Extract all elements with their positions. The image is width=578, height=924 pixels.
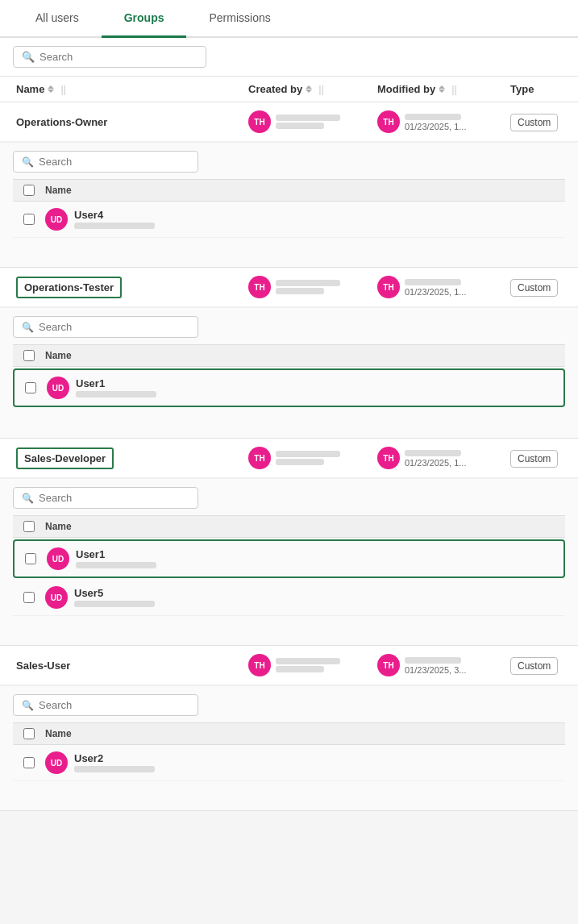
user-name-cell-user1a: UDUser1: [47, 377, 563, 399]
modified-avatar-sales-user: TH: [377, 654, 400, 676]
group-block-operations-owner: Operations-OwnerTHTH01/23/2025, 1...Cust…: [0, 102, 578, 268]
group-row-sales-developer[interactable]: Sales-DeveloperTHTH01/23/2025, 1...Custo…: [0, 439, 578, 478]
select-all-operations-tester[interactable]: [23, 350, 35, 361]
group-block-sales-developer: Sales-DeveloperTHTH01/23/2025, 1...Custo…: [0, 439, 578, 646]
created-avatar-operations-owner: TH: [248, 110, 271, 133]
inner-col-name-label: Name: [45, 521, 565, 532]
user-display-name-user4: User4: [74, 209, 155, 221]
group-created-sales-user: TH: [242, 654, 371, 676]
tab-groups[interactable]: Groups: [102, 0, 187, 38]
select-all-sales-user[interactable]: [23, 728, 35, 739]
group-row-operations-tester[interactable]: Operations-TesterTHTH01/23/2025, 1...Cus…: [0, 268, 578, 307]
tab-permissions[interactable]: Permissions: [186, 0, 293, 38]
user-row-user2[interactable]: UDUser2: [13, 745, 565, 781]
inner-search-wrapper-operations-owner: 🔍: [13, 151, 198, 173]
tab-all-users[interactable]: All users: [13, 0, 102, 38]
type-badge-sales-user: Custom: [510, 657, 558, 675]
user-avatar-user5: UD: [45, 586, 68, 609]
user-row-user1b[interactable]: UDUser1: [13, 539, 565, 578]
user-checkbox-user1a[interactable]: [25, 382, 36, 393]
inner-header-sales-developer: Name: [13, 515, 565, 538]
inner-col-name-label: Name: [45, 728, 565, 739]
user-avatar-user4: UD: [45, 208, 68, 231]
inner-search-wrapper-sales-developer: 🔍: [13, 487, 198, 509]
user-display-name-user1b: User1: [76, 548, 156, 560]
user-row-user4[interactable]: UDUser4: [13, 202, 565, 238]
inner-search-wrapper-operations-tester: 🔍: [13, 316, 198, 338]
user-checkbox-user1b[interactable]: [25, 553, 36, 564]
user-display-name-user5: User5: [74, 587, 155, 599]
created-avatar-sales-user: TH: [248, 654, 271, 676]
user-name-cell-user5: UDUser5: [45, 586, 565, 609]
user-checkbox-user4[interactable]: [23, 214, 35, 225]
modified-avatar-sales-developer: TH: [377, 447, 400, 469]
name-sort[interactable]: [48, 85, 54, 93]
group-row-sales-user[interactable]: Sales-UserTHTH01/23/2025, 3...Custom: [0, 646, 578, 685]
group-name-operations-tester: Operations-Tester: [0, 277, 242, 298]
user-name-cell-user2: UDUser2: [45, 751, 565, 774]
group-modified-operations-tester: TH01/23/2025, 1...: [371, 276, 504, 298]
group-created-operations-tester: TH: [242, 276, 371, 298]
inner-col-name-label: Name: [45, 350, 565, 361]
expanded-panel-sales-developer: 🔍NameUDUser1UDUser5: [0, 478, 578, 645]
user-name-cell-user1b: UDUser1: [47, 547, 563, 570]
inner-search-icon: 🔍: [22, 322, 34, 333]
group-block-operations-tester: Operations-TesterTHTH01/23/2025, 1...Cus…: [0, 268, 578, 439]
inner-search-icon: 🔍: [22, 493, 34, 504]
inner-search-icon: 🔍: [22, 156, 34, 168]
tabs-bar: All usersGroupsPermissions: [0, 0, 578, 38]
modified-avatar-operations-owner: TH: [377, 110, 400, 133]
inner-header-sales-user: Name: [13, 722, 565, 745]
search-icon: 🔍: [22, 51, 35, 63]
top-search-input[interactable]: [40, 51, 198, 63]
created-avatar-sales-developer: TH: [248, 447, 271, 469]
col-created-label: Created by: [248, 83, 302, 95]
user-avatar-user2: UD: [45, 751, 68, 774]
groups-container: Operations-OwnerTHTH01/23/2025, 1...Cust…: [0, 102, 578, 811]
user-checkbox-user5[interactable]: [23, 592, 35, 603]
group-type-sales-developer: Custom: [504, 452, 578, 464]
group-modified-sales-developer: TH01/23/2025, 1...: [371, 447, 504, 469]
group-created-operations-owner: TH: [242, 110, 371, 133]
user-row-user1a[interactable]: UDUser1: [13, 368, 565, 407]
user-name-cell-user4: UDUser4: [45, 208, 565, 231]
user-avatar-user1a: UD: [47, 377, 69, 399]
col-type-label: Type: [510, 83, 534, 95]
inner-search-icon: 🔍: [22, 700, 34, 711]
inner-col-name-label: Name: [45, 185, 565, 196]
group-name-sales-developer: Sales-Developer: [0, 447, 242, 469]
user-checkbox-user2[interactable]: [23, 757, 35, 768]
inner-search-wrapper-sales-user: 🔍: [13, 694, 198, 716]
group-type-sales-user: Custom: [504, 660, 578, 672]
inner-header-operations-tester: Name: [13, 344, 565, 367]
inner-search-input-operations-owner[interactable]: [39, 156, 189, 168]
select-all-operations-owner[interactable]: [23, 185, 35, 196]
col-modified-label: Modified by: [377, 83, 435, 95]
inner-search-input-sales-user[interactable]: [39, 699, 189, 711]
expanded-panel-operations-tester: 🔍NameUDUser1: [0, 307, 578, 438]
inner-header-operations-owner: Name: [13, 179, 565, 202]
created-sort[interactable]: [306, 85, 312, 93]
user-display-name-user2: User2: [74, 752, 155, 764]
col-name-label: Name: [16, 83, 44, 95]
type-badge-operations-owner: Custom: [510, 114, 558, 131]
expanded-panel-operations-owner: 🔍NameUDUser4: [0, 142, 578, 267]
modified-sort[interactable]: [439, 85, 445, 93]
group-created-sales-developer: TH: [242, 447, 371, 469]
select-all-sales-developer[interactable]: [23, 521, 35, 532]
inner-search-input-operations-tester[interactable]: [39, 321, 189, 333]
user-display-name-user1a: User1: [76, 377, 156, 389]
user-row-user5[interactable]: UDUser5: [13, 580, 565, 616]
expanded-panel-sales-user: 🔍NameUDUser2: [0, 685, 578, 810]
group-block-sales-user: Sales-UserTHTH01/23/2025, 3...Custom🔍Nam…: [0, 646, 578, 811]
group-name-sales-user: Sales-User: [0, 660, 242, 672]
top-search-bar: 🔍: [0, 38, 578, 77]
group-row-operations-owner[interactable]: Operations-OwnerTHTH01/23/2025, 1...Cust…: [0, 102, 578, 142]
group-modified-operations-owner: TH01/23/2025, 1...: [371, 110, 504, 133]
group-name-operations-owner: Operations-Owner: [0, 116, 242, 128]
group-type-operations-tester: Custom: [504, 281, 578, 293]
user-avatar-user1b: UD: [47, 547, 69, 570]
group-modified-sales-user: TH01/23/2025, 3...: [371, 654, 504, 676]
type-badge-operations-tester: Custom: [510, 279, 558, 297]
inner-search-input-sales-developer[interactable]: [39, 492, 189, 504]
